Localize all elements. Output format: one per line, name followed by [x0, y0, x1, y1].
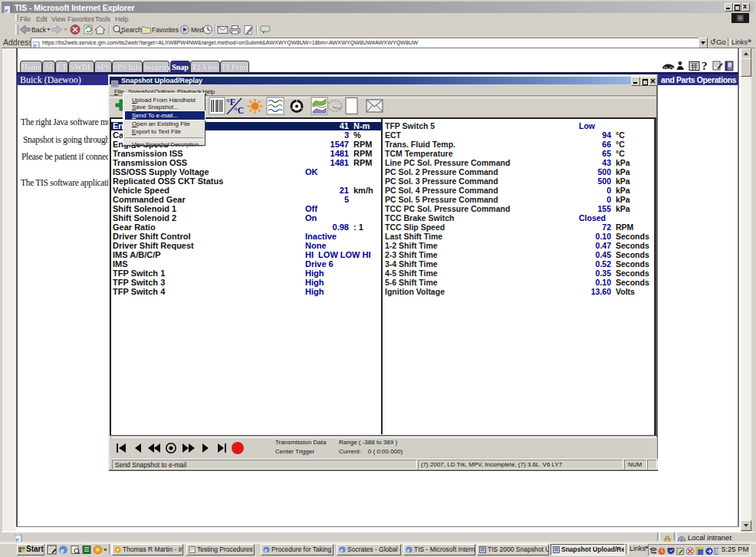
- svg-text:°C: °C: [234, 105, 244, 116]
- svg-text:e: e: [61, 546, 64, 555]
- svg-text:?: ?: [702, 60, 708, 72]
- svg-text:»: »: [104, 546, 107, 553]
- svg-text:Favorites: Favorites: [152, 26, 179, 34]
- svg-text:Search: Search: [121, 26, 142, 34]
- svg-text:Back: Back: [31, 26, 47, 34]
